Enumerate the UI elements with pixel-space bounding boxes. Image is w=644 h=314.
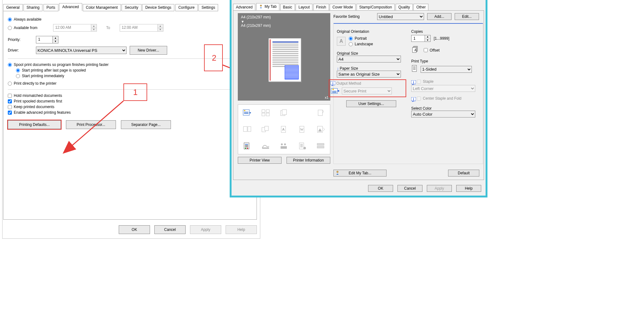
offset-stack-icon: A bbox=[411, 46, 419, 55]
print-processor-button[interactable]: Print Processor... bbox=[66, 120, 116, 129]
available-from-radio[interactable]: Available from bbox=[8, 26, 37, 30]
tab-my-tab[interactable]: My Tab bbox=[256, 3, 279, 10]
edit-my-tab-button[interactable]: Edit My Tab... bbox=[333, 170, 387, 177]
down-arrow-blue-icon: ↓ bbox=[337, 66, 339, 71]
original-size-title: Original Size bbox=[337, 51, 406, 56]
tab-advanced[interactable]: Advanced bbox=[59, 3, 82, 11]
tab-finish[interactable]: Finish bbox=[313, 4, 329, 11]
svg-rect-11 bbox=[318, 110, 322, 116]
info-icon[interactable]: i bbox=[411, 80, 416, 85]
person-icon bbox=[259, 5, 263, 8]
option-icon[interactable] bbox=[238, 137, 257, 154]
orientation-title: Original Orientation bbox=[337, 29, 406, 34]
favorite-setting-select[interactable]: Untitled bbox=[377, 13, 424, 20]
preview-page-icon bbox=[268, 38, 301, 82]
tab-cover-mode[interactable]: Cover Mode bbox=[330, 4, 356, 11]
output-method-select: Secure Print bbox=[342, 87, 392, 94]
always-available-radio[interactable]: Always available bbox=[8, 17, 252, 22]
ok-button[interactable]: OK bbox=[368, 185, 393, 192]
spin-down-icon: ▼ bbox=[158, 28, 163, 32]
help-button: Help bbox=[226, 225, 257, 234]
option-icon[interactable] bbox=[238, 105, 257, 121]
secure-print-icon bbox=[331, 87, 340, 95]
apply-button: Apply bbox=[190, 225, 221, 234]
svg-rect-8 bbox=[266, 113, 269, 116]
printing-defaults-button[interactable]: Printing Defaults... bbox=[8, 120, 61, 129]
cancel-button[interactable]: Cancel bbox=[397, 185, 422, 192]
preview-to-size: A4 (210x297 mm) bbox=[238, 23, 330, 28]
spool-immediate-radio[interactable]: Start printing immediately bbox=[16, 74, 252, 78]
info-icon[interactable]: i bbox=[331, 81, 335, 86]
center-staple-label: Center Staple and Fold bbox=[423, 96, 461, 101]
svg-rect-12 bbox=[243, 127, 247, 132]
option-icon[interactable] bbox=[257, 137, 275, 154]
option-icon[interactable] bbox=[312, 121, 330, 138]
tab-stamp-composition[interactable]: Stamp/Composition bbox=[357, 4, 395, 11]
option-icon[interactable] bbox=[238, 121, 257, 138]
option-icon[interactable]: A bbox=[275, 121, 293, 138]
preview-multiplier: x1 bbox=[325, 96, 328, 99]
spin-down-icon[interactable]: ▼ bbox=[53, 40, 58, 43]
cancel-button[interactable]: Cancel bbox=[154, 225, 186, 234]
svg-rect-4 bbox=[244, 113, 248, 114]
default-button[interactable]: Default bbox=[448, 170, 479, 177]
svg-rect-24 bbox=[245, 147, 248, 147]
edit-favorite-button[interactable]: Edit... bbox=[455, 13, 479, 20]
option-icon[interactable] bbox=[275, 105, 293, 121]
option-icon[interactable] bbox=[257, 121, 275, 138]
svg-rect-10 bbox=[282, 110, 287, 115]
option-icon[interactable]: W bbox=[293, 121, 312, 138]
driver-footer: OK Cancel Apply Help bbox=[368, 185, 481, 192]
svg-point-28 bbox=[281, 143, 283, 145]
spin-up-icon[interactable]: ▲ bbox=[53, 36, 58, 40]
tab-basic[interactable]: Basic bbox=[280, 4, 295, 11]
staple-select: Left Corner bbox=[411, 85, 475, 92]
original-size-select[interactable]: A4 bbox=[337, 56, 401, 62]
spin-up-icon[interactable]: ▲ bbox=[425, 35, 430, 39]
new-driver-button[interactable]: New Driver... bbox=[130, 46, 167, 55]
print-direct-label: Print directly to the printer bbox=[14, 81, 57, 86]
svg-text:A: A bbox=[282, 127, 285, 131]
tab-other[interactable]: Other bbox=[413, 4, 428, 11]
info-icon[interactable]: i bbox=[411, 97, 416, 102]
priority-spinner[interactable]: 1 ▲▼ bbox=[36, 36, 58, 43]
always-available-label: Always available bbox=[14, 17, 42, 22]
option-icon[interactable] bbox=[312, 137, 330, 154]
callout-1-number: 1 bbox=[133, 87, 137, 97]
enable-adv-label: Enable advanced printing features bbox=[14, 110, 71, 115]
svg-rect-30 bbox=[281, 146, 287, 149]
enable-adv-check[interactable]: Enable advanced printing features bbox=[8, 110, 252, 115]
select-color-select[interactable]: Auto Color bbox=[411, 111, 475, 117]
tab-layout[interactable]: Layout bbox=[296, 4, 312, 11]
spin-down-icon[interactable]: ▼ bbox=[425, 39, 430, 42]
option-icon[interactable] bbox=[275, 137, 293, 154]
option-icon[interactable] bbox=[257, 105, 275, 121]
ok-button[interactable]: OK bbox=[119, 225, 150, 234]
offset-check[interactable]: Offset bbox=[424, 48, 440, 52]
svg-rect-33 bbox=[300, 145, 303, 146]
print-type-select[interactable]: 1-Sided bbox=[421, 66, 472, 73]
portrait-radio[interactable]: Portrait bbox=[349, 36, 373, 41]
printer-information-button[interactable]: Printer Information bbox=[287, 157, 330, 164]
center-staple-check: Center Staple and Fold bbox=[417, 96, 461, 101]
landscape-radio[interactable]: Landscape bbox=[349, 42, 373, 46]
option-icon[interactable] bbox=[312, 105, 330, 121]
tab-driver-advanced[interactable]: Advanced bbox=[233, 4, 255, 11]
svg-rect-42 bbox=[332, 91, 337, 92]
help-button[interactable]: Help bbox=[456, 185, 481, 192]
copies-range: [1...9999] bbox=[434, 36, 449, 41]
separator-page-button[interactable]: Separator Page... bbox=[121, 120, 171, 129]
user-settings-button[interactable]: User Settings... bbox=[346, 100, 396, 107]
paper-size-select[interactable]: Same as Original Size bbox=[337, 71, 401, 77]
tab-quality[interactable]: Quality bbox=[396, 4, 413, 11]
keep-printed-check[interactable]: Keep printed documents bbox=[8, 105, 252, 109]
driver-select[interactable]: KONICA MINOLTA Universal PS bbox=[36, 47, 127, 54]
time-from-value: 12:00 AM bbox=[53, 24, 91, 31]
keep-printed-label: Keep printed documents bbox=[14, 105, 54, 109]
printer-view-button[interactable]: Printer View bbox=[238, 157, 282, 164]
svg-rect-25 bbox=[245, 148, 246, 149]
svg-rect-43 bbox=[332, 92, 337, 93]
copies-spinner[interactable]: 1 ▲▼ bbox=[411, 35, 431, 42]
option-icon[interactable] bbox=[293, 137, 312, 154]
add-favorite-button[interactable]: Add... bbox=[427, 13, 452, 20]
